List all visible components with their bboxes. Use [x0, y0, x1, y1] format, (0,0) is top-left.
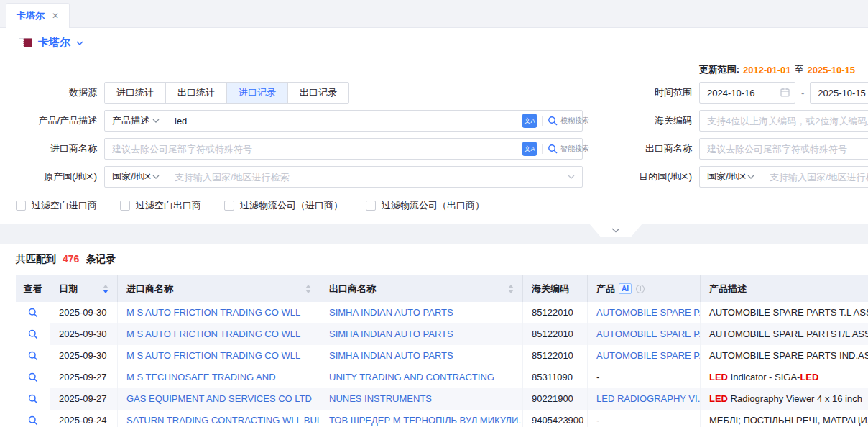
- exporter-link[interactable]: UNITY TRADING AND CONTRACTING: [329, 372, 494, 382]
- end-date-input[interactable]: [810, 82, 868, 104]
- exporter-input[interactable]: [699, 138, 868, 160]
- row-hs-code: 9405423900: [523, 410, 588, 427]
- importer-link[interactable]: M S AUTO FRICTION TRADING CO WLL: [126, 329, 300, 339]
- datasource-label: 数据源: [0, 86, 97, 99]
- product-type-select[interactable]: 产品描述: [105, 111, 167, 131]
- product-link: -: [596, 415, 599, 426]
- col-product-label: 产品: [596, 283, 615, 295]
- date-range-separator: -: [801, 88, 804, 98]
- view-magnifier-icon[interactable]: [28, 415, 38, 426]
- importer-link[interactable]: SATURN TRADING CONTRACTING WLL BUI...: [126, 415, 320, 426]
- filter-logistics-exporter-checkbox[interactable]: 过滤物流公司（出口商）: [366, 199, 484, 212]
- row-hs-code: 85122010: [523, 302, 588, 323]
- origin-input[interactable]: [167, 167, 568, 187]
- calendar-icon[interactable]: [780, 88, 790, 99]
- col-description: 产品描述: [701, 275, 868, 302]
- exporter-link[interactable]: NUNES INSTRUMENTS: [329, 393, 432, 404]
- start-date-field: [699, 82, 795, 104]
- row-hs-code: 90221900: [523, 388, 588, 410]
- sort-icons-importer[interactable]: [305, 285, 311, 293]
- table-row: 2025-09-30 M S AUTO FRICTION TRADING CO …: [16, 323, 868, 345]
- divider: [542, 116, 542, 126]
- exporter-link[interactable]: SIMHA INDIAN AUTO PARTS: [329, 307, 453, 318]
- view-magnifier-icon[interactable]: [28, 308, 38, 318]
- chevron-down-icon[interactable]: [76, 41, 83, 45]
- tab-qatar[interactable]: 卡塔尔 ✕: [6, 3, 70, 28]
- table-row: 2025-09-27 GAS EQUIPMENT AND SERVICES CO…: [16, 388, 868, 410]
- view-magnifier-icon[interactable]: [28, 329, 38, 339]
- importer-link[interactable]: GAS EQUIPMENT AND SERVICES CO LTD: [126, 393, 312, 404]
- row-description: AUTOMOBILE SPARE PARTS T.L ASSY ...: [701, 302, 868, 323]
- sort-icons-date[interactable]: [103, 285, 108, 293]
- filter-blank-exporter-checkbox[interactable]: 过滤空白出口商: [120, 199, 201, 212]
- view-magnifier-icon[interactable]: [28, 351, 38, 361]
- destination-type-value: 国家/地区: [707, 170, 747, 183]
- importer-link[interactable]: M S AUTO FRICTION TRADING CO WLL: [126, 307, 300, 318]
- table-row: 2025-09-30 M S AUTO FRICTION TRADING CO …: [16, 345, 868, 367]
- table-row: 2025-09-24 SATURN TRADING CONTRACTING WL…: [16, 410, 868, 427]
- filter-blank-importer-checkbox[interactable]: 过滤空白进口商: [16, 199, 97, 212]
- translate-icon[interactable]: 文A: [522, 142, 537, 156]
- caret-down-icon[interactable]: [103, 290, 108, 293]
- datasource-import-stats-button[interactable]: 进口统计: [105, 83, 166, 103]
- destination-type-select[interactable]: 国家/地区: [700, 167, 762, 187]
- hs-code-input[interactable]: [699, 110, 868, 132]
- checkbox-icon: [366, 201, 376, 211]
- col-view: 查看: [16, 275, 50, 302]
- col-date: 日期: [50, 275, 118, 302]
- datasource-export-stats-button[interactable]: 出口统计: [166, 83, 227, 103]
- product-link[interactable]: AUTOMOBILE SPARE P...: [596, 307, 701, 318]
- smart-search-toggle[interactable]: 智能搜索: [548, 144, 582, 155]
- datasource-button-group: 进口统计 出口统计 进口记录 出口记录: [104, 82, 349, 104]
- datasource-import-records-button[interactable]: 进口记录: [227, 83, 288, 103]
- checkbox-icon: [120, 201, 130, 211]
- sort-icons-exporter[interactable]: [508, 285, 514, 293]
- update-range-end: 2025-10-15: [808, 65, 856, 75]
- row-description: МЕБЛІ; ПОСТІЛЬНІ РЕЧІ, МАТРАЦИ,...: [701, 410, 868, 427]
- row-description: LED Indicator - SIGA-LED: [701, 367, 827, 388]
- fuzzy-search-toggle[interactable]: 模糊搜索: [548, 116, 582, 127]
- caret-up-icon[interactable]: [305, 285, 311, 288]
- caret-up-icon[interactable]: [508, 285, 514, 288]
- match-count: 476: [63, 253, 79, 265]
- exporter-label: 出口商名称: [583, 142, 692, 155]
- filter-logistics-importer-checkbox[interactable]: 过滤物流公司（进口商）: [224, 199, 343, 212]
- translate-icon[interactable]: 文A: [522, 114, 537, 128]
- search-icon: [548, 116, 558, 127]
- collapse-strip: [0, 224, 868, 244]
- end-date-field: [810, 82, 868, 104]
- importer-link[interactable]: M S TECHNOSAFE TRADING AND: [126, 372, 276, 382]
- view-magnifier-icon[interactable]: [28, 394, 38, 404]
- match-count-line: 共匹配到 476 条记录: [0, 253, 868, 266]
- update-range-separator: 至: [795, 63, 804, 76]
- product-search-input[interactable]: [167, 111, 522, 131]
- product-link[interactable]: AUTOMOBILE SPARE P...: [596, 329, 701, 339]
- exporter-link[interactable]: ТОВ ШРЕДЕР М ТЕРНОПІЛЬ ВУЛ МИКУЛИ...: [329, 415, 523, 426]
- caret-down-icon[interactable]: [305, 290, 311, 293]
- chevron-down-icon: [152, 175, 160, 179]
- product-link[interactable]: AUTOMOBILE SPARE P...: [596, 350, 701, 361]
- close-icon[interactable]: ✕: [52, 11, 59, 21]
- caret-up-icon[interactable]: [103, 285, 108, 288]
- destination-input[interactable]: [762, 167, 868, 187]
- collapse-panel-button[interactable]: [589, 224, 642, 237]
- info-icon[interactable]: [635, 284, 645, 294]
- origin-type-select[interactable]: 国家/地区: [105, 167, 167, 187]
- hs-code-label: 海关编码: [583, 114, 692, 127]
- importer-input[interactable]: [105, 139, 522, 159]
- origin-type-value: 国家/地区: [112, 170, 152, 183]
- table-header: 查看 日期 进口商名称 出口商名称: [16, 275, 868, 302]
- time-range-label: 时间范围: [583, 86, 692, 99]
- caret-down-icon[interactable]: [508, 290, 514, 293]
- view-magnifier-icon[interactable]: [28, 372, 38, 382]
- search-icon: [548, 144, 558, 155]
- destination-field: 国家/地区: [699, 166, 868, 188]
- destination-label: 目的国(地区): [583, 170, 692, 183]
- exporter-link[interactable]: SIMHA INDIAN AUTO PARTS: [329, 329, 453, 339]
- product-link[interactable]: LED RADIOGRAPHY VI...: [596, 393, 701, 404]
- tab-label: 卡塔尔: [17, 9, 45, 22]
- datasource-export-records-button[interactable]: 出口记录: [288, 83, 348, 103]
- importer-link[interactable]: M S AUTO FRICTION TRADING CO WLL: [126, 350, 300, 361]
- row-hs-code: 85122010: [523, 323, 588, 345]
- exporter-link[interactable]: SIMHA INDIAN AUTO PARTS: [329, 350, 453, 361]
